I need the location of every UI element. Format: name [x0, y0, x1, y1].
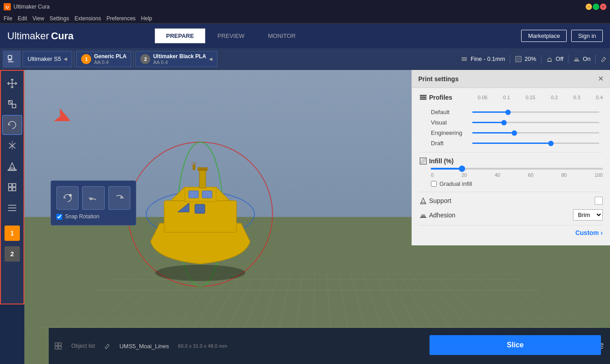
profile-engineering-track[interactable]: [472, 132, 599, 134]
menu-edit[interactable]: Edit: [18, 15, 27, 22]
snap-tool-3[interactable]: [108, 186, 130, 210]
material1-sub: AA 0.4: [94, 60, 126, 65]
print-settings-close[interactable]: ✕: [598, 74, 604, 83]
printer-selector[interactable]: Ultimaker S5 ◀: [23, 51, 72, 67]
scale-icon: [6, 98, 18, 110]
file-button[interactable]: [3, 51, 21, 68]
marketplace-button[interactable]: Marketplace: [521, 30, 567, 42]
adhesion-value: On: [583, 55, 591, 62]
app-icon: U: [4, 3, 11, 10]
profile-draft-track[interactable]: [472, 143, 599, 144]
sidebar-tool-settings[interactable]: [2, 177, 22, 197]
menu-view[interactable]: View: [32, 15, 44, 22]
infill-track[interactable]: [431, 168, 603, 170]
sidebar-tool-mirror[interactable]: [2, 136, 22, 156]
maximize-button[interactable]: □: [593, 4, 599, 10]
menu-extensions[interactable]: Extensions: [74, 15, 101, 22]
sidebar-tool-obj1[interactable]: 1: [2, 223, 22, 243]
profile-default-name: Default: [419, 109, 469, 115]
tab-monitor[interactable]: MONITOR: [257, 28, 307, 43]
menu-settings[interactable]: Settings: [50, 15, 69, 22]
close-button[interactable]: ✕: [600, 4, 606, 10]
profile-visual-dot: [501, 120, 507, 125]
custom-button-arrow: ›: [601, 229, 603, 236]
support-value: Off: [556, 55, 564, 62]
scale-015: 0.15: [526, 95, 535, 100]
left-sidebar: 1 2: [0, 70, 24, 304]
sidebar-tool-obj2[interactable]: 2: [2, 244, 22, 264]
profile-visual[interactable]: Visual: [419, 118, 603, 127]
divider-5: [568, 55, 568, 64]
material2-badge: 2: [140, 54, 150, 64]
adhesion-row-label: Adhesion: [429, 212, 455, 219]
divider-after-profiles: [419, 152, 603, 152]
edit-setting[interactable]: [600, 55, 607, 63]
profile-draft[interactable]: Draft: [419, 139, 603, 147]
svg-rect-17: [13, 188, 16, 191]
support-row-label: Support: [429, 197, 451, 204]
sidebar-tool-per-model[interactable]: [2, 198, 22, 218]
mirror-icon: [6, 140, 18, 152]
profile-default[interactable]: Default: [419, 108, 603, 116]
menu-file[interactable]: File: [4, 15, 12, 22]
svg-rect-43: [420, 217, 426, 218]
custom-button[interactable]: Custom ›: [575, 229, 603, 236]
snap-reset-icon: [87, 192, 100, 204]
sidebar-tool-rotate[interactable]: [2, 115, 22, 135]
print-settings-body: Profiles 0.06 0.1 0.15 0.2 0.3 0.4 Defau…: [412, 88, 610, 245]
svg-rect-7: [547, 61, 552, 62]
infill-setting[interactable]: 20%: [515, 55, 536, 63]
sidebar-tool-scale[interactable]: [2, 94, 22, 114]
object2-badge: 2: [5, 246, 20, 262]
profiles-icon: [419, 93, 427, 101]
boat-svg: [115, 124, 286, 295]
slice-button[interactable]: Slice: [430, 335, 601, 355]
gradual-infill-label: Gradual infill: [439, 180, 472, 187]
profile-visual-track[interactable]: [472, 122, 599, 123]
profile-default-dot: [505, 110, 511, 115]
minimize-button[interactable]: –: [586, 4, 592, 10]
profile-engineering[interactable]: Engineering: [419, 129, 603, 137]
material2-selector[interactable]: 2 Ultimaker Black PLA AA 0.4 ◀: [135, 51, 217, 67]
svg-rect-12: [12, 104, 16, 108]
object-list-icon: [54, 342, 62, 350]
support-row-icon: [419, 197, 427, 205]
material1-info: Generic PLA AA 0.4: [94, 53, 126, 65]
model-dimensions: 60.0 x 31.0 x 48.0 mm: [178, 343, 227, 349]
divider-3: [510, 55, 510, 64]
profile-default-track[interactable]: [472, 111, 599, 113]
sidebar-tool-move[interactable]: [2, 74, 22, 93]
gradual-infill-checkbox[interactable]: [431, 181, 437, 187]
adhesion-setting[interactable]: On: [573, 55, 591, 63]
snap-rotation-checkbox[interactable]: [56, 214, 62, 220]
svg-rect-40: [420, 99, 426, 100]
infill-thumb[interactable]: [459, 166, 465, 172]
infill-icon: [515, 55, 522, 63]
adhesion-row: Adhesion Brim Skirt Raft None: [419, 209, 603, 221]
snap-tool-1[interactable]: [56, 186, 79, 210]
custom-row: Custom ›: [419, 225, 603, 240]
print-settings-header: Print settings ✕: [412, 70, 610, 88]
support-setting[interactable]: Off: [546, 55, 564, 63]
sidebar-tool-support[interactable]: [2, 157, 22, 176]
printer-arrow-icon: ◀: [64, 56, 67, 61]
svg-rect-28: [198, 167, 208, 171]
menu-help[interactable]: Help: [141, 15, 152, 22]
material1-selector[interactable]: 1 Generic PLA AA 0.4: [76, 51, 131, 67]
svg-rect-35: [59, 346, 61, 349]
tab-preview[interactable]: PREVIEW: [206, 28, 256, 43]
svg-rect-26: [202, 191, 212, 198]
print-settings-title: Print settings: [418, 75, 458, 83]
support-checkbox[interactable]: [595, 197, 603, 205]
svg-rect-3: [462, 57, 467, 58]
profile-setting[interactable]: Fine - 0.1mm: [461, 55, 505, 63]
toolbar-divider-2: [133, 51, 134, 67]
material2-name: Ultimaker Black PLA: [153, 53, 206, 60]
menu-preferences[interactable]: Preferences: [106, 15, 136, 22]
snap-tool-2[interactable]: [82, 186, 104, 210]
profile-default-fill: [472, 111, 508, 113]
adhesion-select[interactable]: Brim Skirt Raft None: [573, 209, 603, 221]
signin-button[interactable]: Sign in: [571, 30, 603, 42]
material1-name: Generic PLA: [94, 53, 126, 60]
tab-prepare[interactable]: PREPARE: [155, 28, 205, 43]
